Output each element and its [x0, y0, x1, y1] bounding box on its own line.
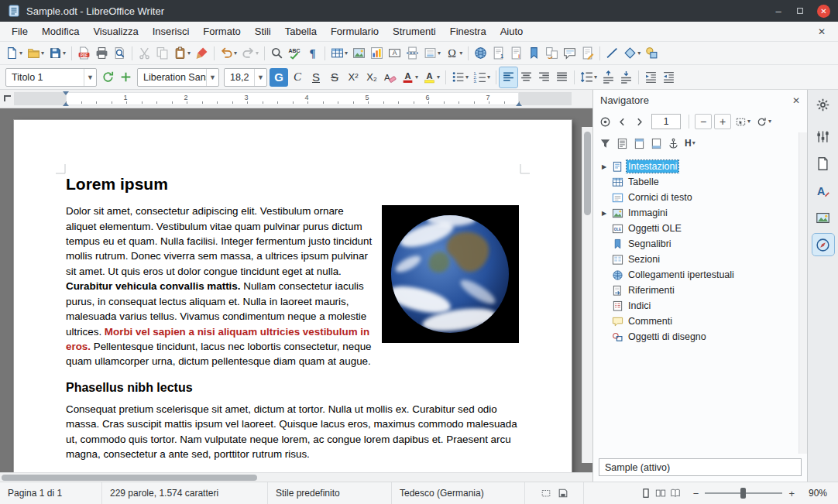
navigator-item-sezioni[interactable]: Sezioni [599, 252, 796, 267]
print-button[interactable] [93, 43, 111, 63]
increase-paragraph-spacing-button[interactable] [599, 67, 617, 87]
new-document-button[interactable]: ▾ [3, 43, 25, 63]
chevron-down-icon[interactable]: ▼ [254, 69, 266, 86]
navigator-item-tabelle[interactable]: Tabelle [599, 174, 796, 190]
navigator-item-commenti[interactable]: Commenti [599, 314, 796, 329]
decrease-indent-button[interactable] [660, 67, 678, 87]
menu-file[interactable]: File [5, 23, 35, 39]
sidebar-tab-navigator[interactable] [812, 234, 834, 255]
menu-formato[interactable]: Formato [196, 23, 247, 39]
print-preview-button[interactable] [111, 43, 129, 63]
document-modified-icon[interactable] [558, 488, 568, 499]
undo-button[interactable]: ▾ [218, 43, 239, 63]
update-style-button[interactable] [99, 67, 117, 87]
highlight-color-button[interactable]: A▾ [421, 67, 442, 87]
navigator-item-segnalibri[interactable]: Segnalibri [599, 236, 796, 252]
paste-button[interactable]: ▾ [171, 43, 193, 63]
tab-stop-selector[interactable] [4, 95, 11, 101]
insert-table-button[interactable]: ▾ [328, 43, 350, 63]
navigator-item-riferimenti[interactable]: Riferimenti [599, 283, 796, 298]
horizontal-scrollbar[interactable] [0, 472, 592, 482]
font-size-combo[interactable]: 18,2▼ [224, 68, 267, 87]
vertical-scrollbar-thumb[interactable] [584, 132, 591, 215]
maximize-button[interactable] [792, 3, 808, 19]
italic-button[interactable]: C [288, 68, 307, 87]
multi-page-view-icon[interactable] [655, 488, 666, 499]
superscript-button[interactable]: X² [344, 68, 362, 87]
sidebar-tab-properties[interactable] [812, 125, 834, 147]
header-button[interactable] [632, 134, 647, 153]
bold-button[interactable]: G [270, 68, 288, 87]
previous-button[interactable] [615, 112, 630, 131]
navigator-item-oggetti-ole[interactable]: OLEOggetti OLE [599, 221, 796, 236]
zoom-slider[interactable] [705, 492, 782, 494]
font-color-button[interactable]: A▾ [399, 67, 421, 87]
export-pdf-button[interactable]: PDF [75, 43, 93, 63]
navigator-scrollbar[interactable] [799, 132, 807, 454]
align-right-button[interactable] [535, 67, 553, 87]
navigator-close-button[interactable]: ✕ [792, 95, 800, 106]
menu-inserisci[interactable]: Inserisci [146, 23, 197, 39]
align-center-button[interactable] [517, 67, 535, 87]
increase-indent-button[interactable] [642, 67, 660, 87]
document-page[interactable]: Lorem ipsum Dolor sit amet, consectetur … [14, 120, 572, 472]
new-style-button[interactable] [117, 67, 135, 87]
sidebar-tab-gallery[interactable] [812, 207, 834, 228]
left-indent-marker[interactable] [63, 99, 69, 106]
open-button[interactable]: ▾ [25, 43, 46, 63]
close-button[interactable]: ✕ [817, 5, 830, 18]
insert-page-break-button[interactable] [404, 43, 421, 63]
insert-comment-button[interactable] [561, 43, 579, 63]
vertical-scrollbar[interactable] [582, 127, 592, 463]
anchor-text-button[interactable] [666, 134, 681, 153]
zoom-in-button[interactable]: + [788, 488, 795, 499]
update-button[interactable]: ▾ [754, 112, 773, 131]
zoom-slider-thumb[interactable] [740, 488, 746, 499]
clone-formatting-button[interactable] [193, 43, 211, 63]
ordered-list-button[interactable]: 1.2.3.▾ [471, 67, 493, 87]
strikethrough-button[interactable]: S [325, 68, 344, 87]
status-language[interactable]: Tedesco (Germania) [392, 482, 525, 504]
menu-visualizza[interactable]: Visualizza [86, 23, 145, 39]
insert-cross-reference-button[interactable] [543, 43, 561, 63]
menu-stili[interactable]: Stili [248, 23, 278, 39]
navigator-item-immagini[interactable]: ▶Immagini [599, 205, 796, 221]
single-page-view-icon[interactable] [641, 488, 651, 499]
drag-mode-button[interactable]: ▾ [733, 112, 752, 131]
formatting-marks-button[interactable]: ¶ [304, 43, 321, 63]
navigator-item-intestazioni[interactable]: ▶Intestazioni [599, 159, 796, 174]
menu-strumenti[interactable]: Strumenti [386, 23, 443, 39]
insert-textbox-button[interactable]: A [386, 43, 404, 63]
align-left-button[interactable] [500, 67, 517, 87]
navigator-item-oggetti-di-disegno[interactable]: Oggetti di disegno [599, 329, 796, 345]
menu-tabella[interactable]: Tabella [278, 23, 324, 39]
demote-level-button[interactable]: + [714, 114, 731, 129]
status-word-count[interactable]: 229 parole, 1.574 caratteri [102, 482, 268, 504]
navigation-toggle-button[interactable] [598, 112, 613, 131]
sidebar-tab-styles[interactable]: A [812, 180, 834, 201]
cut-button[interactable] [136, 43, 153, 63]
first-line-indent-marker[interactable] [63, 91, 69, 98]
menu-aiuto[interactable]: Aiuto [493, 23, 531, 39]
insert-special-character-button[interactable]: Ω▾ [443, 43, 465, 63]
status-page-count[interactable]: Pagina 1 di 1 [0, 482, 102, 504]
sidebar-tab-page[interactable] [812, 153, 834, 174]
insert-footnote-button[interactable]: 1 [489, 43, 507, 63]
chevron-down-icon[interactable]: ▼ [206, 69, 218, 86]
decrease-paragraph-spacing-button[interactable] [617, 67, 635, 87]
right-indent-marker[interactable] [516, 99, 522, 106]
insert-chart-button[interactable] [368, 43, 386, 63]
close-document-button[interactable]: ✕ [810, 26, 833, 37]
copy-button[interactable] [153, 43, 171, 63]
line-spacing-button[interactable]: ▾ [578, 67, 599, 87]
font-name-combo[interactable]: Liberation Sans▼ [137, 68, 219, 87]
expander-icon[interactable]: ▶ [599, 163, 609, 170]
navigator-item-indici[interactable]: Indici [599, 298, 796, 314]
clear-formatting-button[interactable]: A [381, 67, 399, 87]
filter-button[interactable] [598, 134, 613, 153]
menu-finestra[interactable]: Finestra [443, 23, 493, 39]
selection-mode-icon[interactable] [541, 488, 551, 499]
footer-button[interactable] [649, 134, 664, 153]
minimize-button[interactable]: – [771, 3, 786, 19]
content-navigation-view-button[interactable] [615, 134, 630, 153]
